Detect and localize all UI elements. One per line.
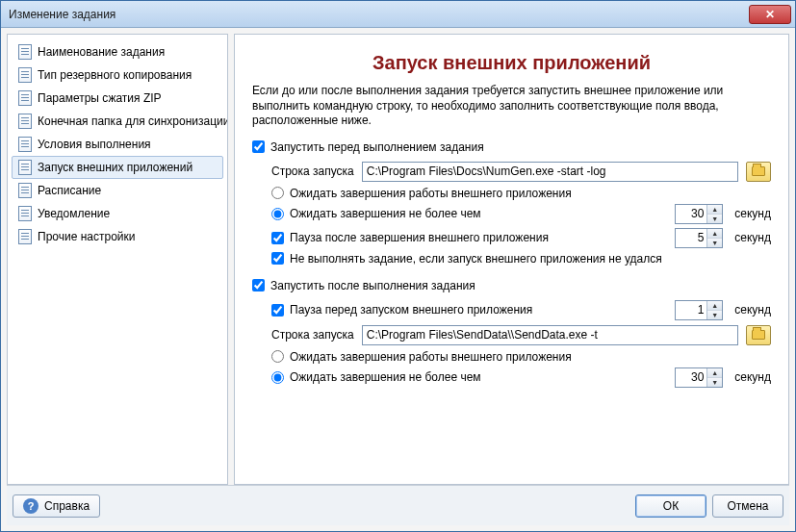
sidebar-item-label: Уведомление xyxy=(38,207,110,220)
after-pause-before-spinbox[interactable]: ▲▼ xyxy=(675,300,723,320)
after-pause-before-value[interactable] xyxy=(676,301,706,319)
sidebar-item-label: Конечная папка для синхронизации xyxy=(38,114,228,128)
document-icon xyxy=(18,114,32,129)
document-icon xyxy=(18,44,32,60)
after-wait-radio-full[interactable] xyxy=(271,350,284,363)
sidebar-item-label: Прочие настройки xyxy=(38,230,135,243)
before-pause-after-label: Пауза после завершения внешнего приложен… xyxy=(290,231,549,244)
after-pause-before-label: Пауза перед запуском внешнего приложения xyxy=(290,303,532,317)
before-wait-timeout-value[interactable] xyxy=(676,205,706,223)
before-cmd-label: Строка запуска xyxy=(271,165,354,178)
sidebar-item-label: Условия выполнения xyxy=(38,138,151,151)
before-wait-timeout-spinbox[interactable]: ▲▼ xyxy=(675,204,723,224)
before-cmd-input[interactable] xyxy=(362,162,738,182)
seconds-label: секунд xyxy=(734,303,771,317)
title-bar: Изменение задания ✕ xyxy=(1,1,795,28)
after-browse-button[interactable] xyxy=(746,325,771,345)
before-section: Строка запуска Ожидать завершения работы… xyxy=(252,162,771,266)
before-wait-timeout-label: Ожидать завершения не более чем xyxy=(290,207,481,220)
sidebar-item-label: Наименование задания xyxy=(38,45,165,59)
sidebar-item-label: Тип резервного копирования xyxy=(38,68,192,82)
sidebar: Наименование заданияТип резервного копир… xyxy=(7,34,228,485)
before-fail-if-checkbox[interactable] xyxy=(271,252,284,265)
window-title: Изменение задания xyxy=(9,8,749,21)
sidebar-item-label: Расписание xyxy=(38,184,101,197)
sidebar-item-label: Параметры сжатия ZIP xyxy=(38,91,162,105)
spin-down-icon[interactable]: ▼ xyxy=(707,215,722,223)
seconds-label: секунд xyxy=(734,370,771,384)
spin-down-icon[interactable]: ▼ xyxy=(707,311,722,319)
close-button[interactable]: ✕ xyxy=(749,5,791,24)
sidebar-item[interactable]: Параметры сжатия ZIP xyxy=(12,87,223,110)
spin-down-icon[interactable]: ▼ xyxy=(707,378,722,387)
sidebar-item[interactable]: Наименование задания xyxy=(12,40,223,63)
spin-up-icon[interactable]: ▲ xyxy=(707,301,722,311)
before-pause-after-checkbox[interactable] xyxy=(271,232,284,244)
before-fail-if-label: Не выполнять задание, если запуск внешне… xyxy=(290,252,662,266)
document-icon xyxy=(18,206,32,221)
after-cmd-input[interactable] xyxy=(362,325,738,345)
content-panel: Запуск внешних приложений Если до или по… xyxy=(234,34,789,485)
after-wait-timeout-spinbox[interactable]: ▲▼ xyxy=(675,367,723,388)
after-wait-timeout-label: Ожидать завершения не более чем xyxy=(290,370,481,384)
folder-icon xyxy=(752,166,765,176)
close-icon: ✕ xyxy=(765,8,775,21)
after-wait-full-label: Ожидать завершения работы внешнего прило… xyxy=(290,350,572,364)
sidebar-item[interactable]: Уведомление xyxy=(12,202,223,225)
before-pause-after-value[interactable] xyxy=(676,229,706,247)
sidebar-item[interactable]: Прочие настройки xyxy=(12,225,223,248)
folder-icon xyxy=(752,330,765,340)
before-enable-label: Запустить перед выполнением задания xyxy=(270,140,484,154)
after-wait-timeout-value[interactable] xyxy=(676,368,706,387)
spin-down-icon[interactable]: ▼ xyxy=(707,239,722,247)
ok-button[interactable]: ОК xyxy=(635,494,706,518)
after-pause-before-checkbox[interactable] xyxy=(271,304,284,317)
spin-up-icon[interactable]: ▲ xyxy=(707,368,722,378)
document-icon xyxy=(18,67,32,83)
after-section: Пауза перед запуском внешнего приложения… xyxy=(252,300,771,388)
before-enable-checkbox[interactable] xyxy=(252,140,265,153)
after-enable-label: Запустить после выполнения задания xyxy=(270,279,475,292)
document-icon xyxy=(18,90,32,106)
document-icon xyxy=(18,160,32,175)
page-title: Запуск внешних приложений xyxy=(252,52,771,74)
bottom-bar: ? Справка ОК Отмена xyxy=(7,485,789,525)
help-icon: ? xyxy=(23,498,39,514)
sidebar-item-label: Запуск внешних приложений xyxy=(38,161,193,174)
sidebar-item[interactable]: Запуск внешних приложений xyxy=(12,156,223,179)
sidebar-item[interactable]: Тип резервного копирования xyxy=(12,63,223,87)
before-browse-button[interactable] xyxy=(746,162,771,182)
document-icon xyxy=(18,229,32,244)
after-wait-radio-timeout[interactable] xyxy=(271,371,284,384)
seconds-label: секунд xyxy=(734,207,771,220)
after-enable-checkbox[interactable] xyxy=(252,279,265,291)
sidebar-item[interactable]: Расписание xyxy=(12,179,223,202)
seconds-label: секунд xyxy=(734,231,771,244)
help-button[interactable]: ? Справка xyxy=(13,494,100,518)
spin-up-icon[interactable]: ▲ xyxy=(707,205,722,215)
document-icon xyxy=(18,183,32,198)
before-wait-radio-timeout[interactable] xyxy=(271,208,284,220)
spin-up-icon[interactable]: ▲ xyxy=(707,229,722,239)
sidebar-item[interactable]: Конечная папка для синхронизации xyxy=(12,110,223,133)
before-pause-after-spinbox[interactable]: ▲▼ xyxy=(675,228,723,248)
client-area: Наименование заданияТип резервного копир… xyxy=(1,28,795,531)
sidebar-item[interactable]: Условия выполнения xyxy=(12,133,223,156)
after-cmd-label: Строка запуска xyxy=(271,328,354,342)
help-label: Справка xyxy=(44,499,90,513)
cancel-button[interactable]: Отмена xyxy=(712,494,783,518)
before-wait-full-label: Ожидать завершения работы внешнего прило… xyxy=(290,187,572,200)
document-icon xyxy=(18,137,32,152)
before-wait-radio-full[interactable] xyxy=(271,187,284,199)
page-description: Если до или после выполнения задания тре… xyxy=(252,84,771,129)
